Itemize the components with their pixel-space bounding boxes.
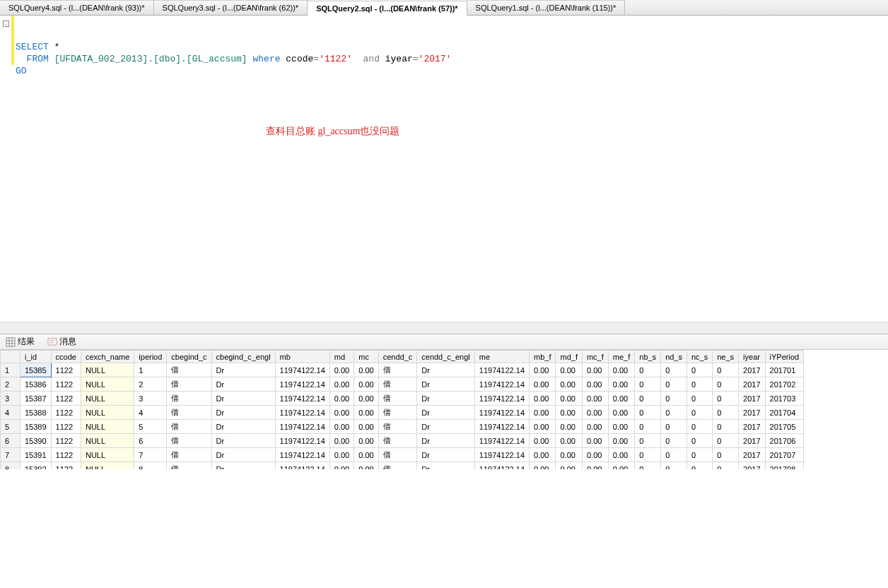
cell[interactable]: 借	[167, 434, 211, 448]
column-header[interactable]: ccode	[51, 351, 81, 363]
cell[interactable]: 借	[378, 462, 417, 469]
cell[interactable]: 0.00	[354, 363, 378, 377]
column-header[interactable]: nd_s	[661, 351, 687, 363]
column-header[interactable]: nb_s	[635, 351, 661, 363]
cell[interactable]: 11974122.14	[474, 392, 529, 406]
cell[interactable]: 0	[661, 462, 687, 469]
cell[interactable]: 0.00	[582, 462, 608, 469]
cell[interactable]: 11974122.14	[275, 392, 329, 406]
cell[interactable]: 借	[167, 406, 211, 420]
cell[interactable]: 0.00	[582, 434, 608, 448]
cell[interactable]: 借	[167, 392, 211, 406]
cell[interactable]: 15392	[21, 462, 52, 469]
table-row[interactable]: 7153911122NULL7借Dr11974122.140.000.00借Dr…	[1, 448, 804, 462]
cell[interactable]: 15391	[21, 448, 52, 462]
cell[interactable]: 0.00	[608, 462, 634, 469]
cell[interactable]: 2017	[739, 434, 765, 448]
row-number[interactable]: 6	[1, 434, 21, 448]
cell[interactable]: 15389	[21, 420, 52, 434]
cell[interactable]: 0	[687, 434, 712, 448]
cell[interactable]: 0	[661, 448, 687, 462]
table-row[interactable]: 6153901122NULL6借Dr11974122.140.000.00借Dr…	[1, 434, 804, 448]
cell[interactable]: 1122	[51, 434, 81, 448]
cell[interactable]: 11974122.14	[275, 420, 329, 434]
table-row[interactable]: 5153891122NULL5借Dr11974122.140.000.00借Dr…	[1, 420, 804, 434]
cell[interactable]: 2017	[739, 406, 765, 420]
cell[interactable]: 0	[635, 448, 661, 462]
cell[interactable]: 借	[167, 377, 211, 392]
cell[interactable]: 3	[134, 392, 167, 406]
cell[interactable]: 借	[378, 448, 417, 462]
cell[interactable]: 0.00	[608, 406, 634, 420]
cell[interactable]: 借	[378, 392, 417, 406]
column-header[interactable]: cendd_c_engl	[417, 351, 475, 363]
cell[interactable]: Dr	[417, 363, 475, 377]
column-header[interactable]: cendd_c	[378, 351, 417, 363]
cell[interactable]: 11974122.14	[474, 462, 529, 469]
cell[interactable]: 0.00	[354, 392, 378, 406]
column-header[interactable]: iYPeriod	[765, 351, 804, 363]
cell[interactable]: 0.00	[556, 363, 582, 377]
cell[interactable]: Dr	[211, 392, 275, 406]
cell[interactable]: 11974122.14	[474, 420, 529, 434]
cell[interactable]: 0.00	[582, 392, 608, 406]
editor-scrollbar[interactable]	[0, 322, 888, 334]
cell[interactable]: 0.00	[354, 448, 378, 462]
cell[interactable]: 借	[378, 377, 417, 392]
cell[interactable]: 1122	[51, 392, 81, 406]
cell[interactable]: 0	[635, 462, 661, 469]
code-area[interactable]: SELECT * FROM [UFDATA_002_2013].[dbo].[G…	[11, 16, 888, 322]
cell[interactable]: 0	[635, 392, 661, 406]
cell[interactable]: 0.00	[556, 448, 582, 462]
cell[interactable]: 11974122.14	[275, 448, 329, 462]
cell[interactable]: 借	[167, 420, 211, 434]
cell[interactable]: 0	[635, 377, 661, 392]
cell[interactable]: 0.00	[582, 406, 608, 420]
cell[interactable]: NULL	[81, 448, 134, 462]
cell[interactable]: 0.00	[556, 420, 582, 434]
cell[interactable]: NULL	[81, 363, 134, 377]
cell[interactable]: 7	[134, 448, 167, 462]
row-number[interactable]: 3	[1, 392, 21, 406]
sql-editor[interactable]: - SELECT * FROM [UFDATA_002_2013].[dbo].…	[0, 16, 888, 322]
cell[interactable]: 11974122.14	[474, 377, 529, 392]
cell[interactable]: 0.00	[608, 363, 634, 377]
cell[interactable]: 0	[661, 420, 687, 434]
cell[interactable]: NULL	[81, 392, 134, 406]
row-number[interactable]: 4	[1, 406, 21, 420]
cell[interactable]: 0	[687, 392, 712, 406]
table-row[interactable]: 3153871122NULL3借Dr11974122.140.000.00借Dr…	[1, 392, 804, 406]
cell[interactable]: 1122	[51, 448, 81, 462]
cell[interactable]: Dr	[211, 462, 275, 469]
cell[interactable]: 0	[635, 406, 661, 420]
cell[interactable]: Dr	[211, 363, 275, 377]
cell[interactable]: Dr	[417, 448, 475, 462]
cell[interactable]: Dr	[211, 420, 275, 434]
cell[interactable]: 0.00	[556, 434, 582, 448]
tab-messages[interactable]: 消息	[43, 335, 81, 348]
cell[interactable]: 15390	[21, 434, 52, 448]
cell[interactable]: 0.00	[354, 420, 378, 434]
cell[interactable]: 0	[713, 420, 739, 434]
cell[interactable]: NULL	[81, 434, 134, 448]
cell[interactable]: 0	[713, 406, 739, 420]
cell[interactable]: 借	[167, 462, 211, 469]
cell[interactable]: 借	[167, 363, 211, 377]
cell[interactable]: 0.00	[329, 363, 354, 377]
cell[interactable]: 0	[687, 406, 712, 420]
cell[interactable]: 11974122.14	[275, 377, 329, 392]
cell[interactable]: 4	[134, 406, 167, 420]
table-row[interactable]: 8153921122NULL8借Dr11974122.140.000.00借Dr…	[1, 462, 804, 469]
column-header[interactable]: me_f	[608, 351, 634, 363]
cell[interactable]: 0.00	[354, 406, 378, 420]
cell[interactable]: 1122	[51, 462, 81, 469]
cell[interactable]: Dr	[417, 420, 475, 434]
cell[interactable]: 5	[134, 420, 167, 434]
cell[interactable]: 0	[661, 434, 687, 448]
cell[interactable]: 0.00	[354, 462, 378, 469]
cell[interactable]: 0	[635, 363, 661, 377]
column-header[interactable]: cexch_name	[81, 351, 134, 363]
cell[interactable]: 0.00	[582, 363, 608, 377]
cell[interactable]: 0.00	[530, 406, 556, 420]
cell[interactable]: 11974122.14	[474, 363, 529, 377]
